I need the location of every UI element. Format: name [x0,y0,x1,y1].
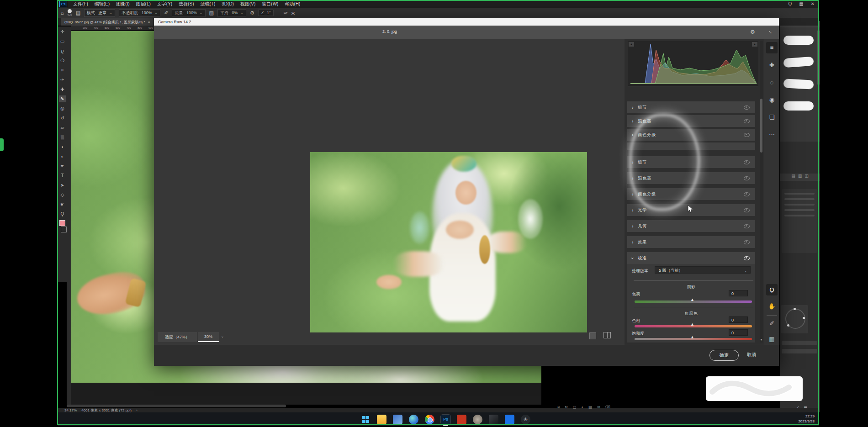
dark-app-icon[interactable] [489,415,498,424]
windows-start-icon[interactable] [361,415,370,424]
layer-mask-icon[interactable]: ▢ [573,405,577,409]
section-calibration-header[interactable]: › 校准 [627,252,755,264]
zoom-fit-button[interactable]: 适应（47%） [158,332,197,342]
menu-view[interactable]: 视图(V) [237,0,259,8]
background-color-swatch[interactable] [61,227,67,232]
blue-messenger-app-icon[interactable] [505,415,514,424]
hue-value[interactable]: 0 [729,316,748,323]
shape-tool-icon[interactable]: ◇ [59,191,66,198]
menu-3d[interactable]: 3D(D) [218,0,237,8]
highlight-clipping-icon[interactable]: ▲ [752,42,757,47]
eye-icon[interactable] [744,133,750,137]
brush-stroke-thumbnail[interactable] [783,36,814,45]
adjustment-layer-icon[interactable]: ◐ [582,405,584,409]
quick-select-tool-icon[interactable]: ❍ [59,57,66,64]
filmstrip-toggle-icon[interactable] [589,332,596,339]
color-wheel-panel[interactable] [781,305,808,333]
mini-slider[interactable] [782,341,817,345]
presets-icon[interactable]: ❏ [766,111,778,123]
adobe-red-app-icon[interactable] [457,415,466,424]
gear-icon[interactable]: ⚙ [250,10,254,16]
menu-image[interactable]: 图像(I) [113,0,132,8]
zoom-tool-icon[interactable]: Ϙ [59,211,66,217]
zoom-tool-icon[interactable]: Ϙ [766,284,778,295]
brush-panel-toggle-icon[interactable]: ▤ [76,10,80,16]
histogram[interactable]: ▲ ▲ [628,41,758,86]
clone-stamp-tool-icon[interactable]: ◎ [59,105,66,112]
gear-icon[interactable]: ⚙ [750,29,755,35]
blur-tool-icon[interactable]: ◗ [59,143,66,150]
horizontal-scrollbar[interactable] [67,405,286,407]
menu-type[interactable]: 文字(Y) [154,0,175,8]
saturation-slider[interactable]: ▲ [635,338,752,340]
ok-button[interactable]: 确定 [709,350,739,361]
panel-scrollbar[interactable] [817,30,820,85]
crop-tool-icon[interactable]: ⌗ [59,67,66,74]
brush-stroke-thumbnail[interactable] [783,101,814,111]
slider-thumb[interactable]: ▲ [690,322,694,327]
brush-angle-field[interactable]: ∠ 1° [258,10,274,16]
chevron-right-icon[interactable]: › [136,408,138,412]
scroll-down-arrow-icon[interactable]: ▼ [760,338,763,343]
smoothing-select[interactable]: 平滑: 0% ⌄ [217,9,246,17]
eye-icon[interactable] [744,192,750,196]
delete-layer-icon[interactable]: ⌫ [605,405,610,409]
close-icon[interactable]: ✕ [811,1,815,6]
chevron-down-icon[interactable]: ⌄ [221,334,224,338]
healing-icon[interactable]: ✚ [766,59,778,71]
document-tab[interactable]: QNQ_0677.jpg @ 41% (综合拷贝 1, 图层蒙版/8) * × [61,18,153,26]
opacity-select[interactable]: 不透明度: 100% ⌄ [119,9,160,17]
capture-green-tab[interactable] [0,138,4,151]
brush-preset-picker[interactable]: 625 [68,9,72,16]
workspace-icon[interactable]: ▦ [799,1,803,6]
white-balance-sampler-icon[interactable]: ✐ [766,318,778,329]
blend-mode-select[interactable]: 模式: 正常 ⌄ [84,9,115,17]
panel-icon[interactable]: ◫ [804,174,809,181]
zoom-level-select[interactable]: 30% [198,332,219,342]
dodge-tool-icon[interactable]: ◐ [59,153,66,160]
eyedropper-tool-icon[interactable]: ✑ [59,76,66,83]
move-tool-icon[interactable]: ✛ [59,28,66,35]
tab-close-icon[interactable]: × [148,20,150,24]
lasso-tool-icon[interactable]: ϱ [59,47,66,54]
history-brush-tool-icon[interactable]: ↺ [59,115,66,121]
eye-icon[interactable] [744,208,750,212]
shadow-clipping-icon[interactable]: ▲ [629,42,634,47]
eye-icon[interactable] [744,240,750,244]
status-zoom[interactable]: 34.17% [64,408,77,412]
menu-file[interactable]: 文件(F) [70,0,91,8]
eye-icon[interactable] [744,176,750,180]
round-app-icon[interactable] [473,415,482,424]
flow-select[interactable]: 流量: 100% ⌄ [172,9,205,17]
slider-thumb[interactable]: ▲ [690,297,694,302]
eraser-tool-icon[interactable]: ▱ [59,124,66,131]
slider-thumb[interactable]: ▲ [690,335,694,339]
photoshop-taskbar-icon[interactable]: Ps [441,415,450,424]
file-explorer-icon[interactable] [377,415,386,424]
search-icon[interactable]: Ϙ [788,1,792,6]
pen-tool-icon[interactable]: ✒ [59,163,66,169]
panel-icon[interactable]: ▥ [798,174,802,181]
eye-icon[interactable] [744,119,750,123]
airbrush-icon[interactable]: ▨ [209,10,214,16]
saturation-value[interactable]: 0 [729,329,748,336]
grid-overlay-icon[interactable]: ▦ [766,333,778,345]
section-geometry[interactable]: › 几何 [627,220,755,232]
edge-browser-icon[interactable] [409,415,418,424]
path-select-tool-icon[interactable]: ➤ [59,182,66,189]
layer-group-icon[interactable]: ▤ [588,405,592,409]
masking-icon[interactable]: ◌ [766,77,778,88]
eye-icon[interactable] [744,105,750,110]
home-icon[interactable]: ⌂ [61,10,64,16]
recorder-app-icon[interactable]: ✇ [521,415,530,424]
scrollbar-thumb[interactable] [760,99,762,153]
healing-tool-icon[interactable]: ✚ [59,86,66,93]
menu-help[interactable]: 帮助(H) [281,0,303,8]
foreground-color-swatch[interactable] [59,220,65,226]
mini-slider[interactable] [782,349,817,353]
text-tool-icon[interactable]: T [59,172,66,179]
pressure-size-icon[interactable]: ✑ [284,10,288,16]
photos-icon[interactable] [393,415,402,424]
more-options-icon[interactable]: ⋯ [766,129,778,140]
hue-slider[interactable]: ▲ [635,325,752,327]
